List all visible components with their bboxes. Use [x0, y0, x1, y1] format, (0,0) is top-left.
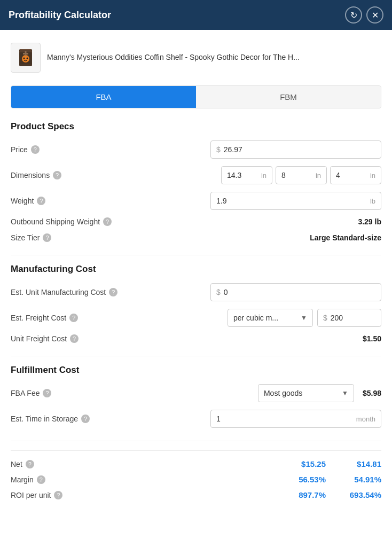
fulfillment-cost-section: Fulfillment Cost FBA Fee ? Most goods Ap… — [11, 365, 381, 428]
weight-label: Weight ? — [11, 197, 45, 205]
storage-time-row: Est. Time in Storage ? month — [11, 410, 381, 428]
storage-time-label: Est. Time in Storage ? — [11, 415, 90, 423]
outbound-shipping-help-icon[interactable]: ? — [103, 217, 112, 226]
close-button[interactable]: ✕ — [366, 6, 383, 24]
margin-value1: 56.53% — [283, 475, 326, 484]
dimensions-inputs: in in in — [221, 166, 381, 184]
tab-fbm[interactable]: FBM — [196, 86, 381, 108]
freight-amount-input-box: $ — [317, 309, 381, 327]
margin-row: Margin ? 56.53% 54.91% — [11, 475, 381, 484]
svg-point-3 — [22, 55, 29, 62]
net-value2: $14.81 — [339, 459, 381, 468]
svg-point-5 — [27, 58, 28, 59]
fba-fee-value: $5.98 — [363, 389, 381, 397]
unit-cost-input[interactable] — [224, 288, 375, 296]
margin-help-icon[interactable]: ? — [37, 475, 45, 484]
roi-label: ROI per unit ? — [11, 491, 62, 499]
price-label: Price ? — [11, 145, 40, 154]
refresh-button[interactable]: ↻ — [345, 6, 362, 24]
unit-freight-cost-label: Unit Freight Cost ? — [11, 334, 79, 343]
dim3-unit: in — [370, 171, 375, 179]
size-tier-help-icon[interactable]: ? — [43, 233, 51, 242]
storage-time-help-icon[interactable]: ? — [81, 415, 90, 423]
unit-cost-row: Est. Unit Manufacturing Cost ? $ — [11, 283, 381, 301]
dim1-input-box: in — [221, 166, 272, 184]
freight-amount-input[interactable] — [331, 314, 375, 322]
divider-1 — [11, 255, 381, 255]
dim2-input-box: in — [276, 166, 327, 184]
manufacturing-cost-title: Manufacturing Cost — [11, 264, 381, 275]
manufacturing-cost-section: Manufacturing Cost Est. Unit Manufacturi… — [11, 264, 381, 343]
fba-fee-select[interactable]: Most goods Apparel Dangerous goods — [264, 389, 338, 397]
weight-input[interactable] — [216, 197, 367, 205]
content-area: Manny's Mysterious Oddities Coffin Shelf… — [0, 30, 392, 547]
storage-time-unit: month — [356, 415, 375, 423]
dim2-input[interactable] — [281, 171, 312, 179]
dimensions-help-icon[interactable]: ? — [53, 171, 61, 179]
storage-time-input-box: month — [210, 410, 381, 428]
fba-fee-help-icon[interactable]: ? — [43, 389, 51, 397]
title-bar-actions: ↻ ✕ — [345, 6, 383, 24]
size-tier-value: Large Standard-size — [310, 233, 381, 242]
price-input-box: $ — [210, 140, 381, 159]
size-tier-label: Size Tier ? — [11, 233, 51, 242]
fba-fee-select-box[interactable]: Most goods Apparel Dangerous goods ▼ — [258, 384, 354, 402]
freight-type-select-box[interactable]: per cubic m... per kg flat rate ▼ — [228, 309, 313, 327]
calculator-window: Profitability Calculator ↻ ✕ — [0, 0, 392, 547]
dim1-unit: in — [261, 171, 266, 179]
roi-help-icon[interactable]: ? — [54, 491, 62, 499]
unit-cost-label: Est. Unit Manufacturing Cost ? — [11, 288, 117, 296]
roi-value2: 693.54% — [339, 490, 381, 499]
outbound-shipping-label: Outbound Shipping Weight ? — [11, 217, 112, 226]
divider-2 — [11, 356, 381, 356]
tab-fba[interactable]: FBA — [11, 86, 196, 108]
price-prefix: $ — [216, 145, 221, 154]
size-tier-row: Size Tier ? Large Standard-size — [11, 233, 381, 242]
net-help-icon[interactable]: ? — [26, 460, 34, 468]
net-label: Net ? — [11, 460, 34, 468]
freight-cost-label: Est. Freight Cost ? — [11, 314, 78, 322]
freight-cost-row: Est. Freight Cost ? per cubic m... per k… — [11, 309, 381, 327]
dim3-input[interactable] — [336, 171, 367, 179]
freight-type-chevron: ▼ — [301, 314, 307, 322]
product-title: Manny's Mysterious Oddities Coffin Shelf… — [47, 52, 300, 63]
weight-row: Weight ? lb — [11, 192, 381, 210]
net-row: Net ? $15.25 $14.81 — [11, 459, 381, 468]
roi-values: 897.7% 693.54% — [283, 490, 381, 499]
dimensions-row: Dimensions ? in in in — [11, 166, 381, 184]
unit-cost-prefix: $ — [216, 288, 221, 296]
svg-point-4 — [23, 58, 25, 59]
fba-fee-label: FBA Fee ? — [11, 389, 51, 397]
fba-fee-chevron: ▼ — [342, 389, 348, 397]
unit-cost-input-box: $ — [210, 283, 381, 301]
outbound-shipping-row: Outbound Shipping Weight ? 3.29 lb — [11, 217, 381, 226]
freight-cost-help-icon[interactable]: ? — [69, 314, 78, 322]
roi-value1: 897.7% — [283, 490, 326, 499]
window-title: Profitability Calculator — [9, 10, 111, 21]
weight-unit: lb — [370, 197, 375, 205]
weight-input-box: lb — [210, 192, 381, 210]
product-thumbnail — [15, 47, 36, 68]
freight-amount-prefix: $ — [323, 314, 327, 322]
product-row: Manny's Mysterious Oddities Coffin Shelf… — [11, 38, 381, 77]
price-help-icon[interactable]: ? — [31, 145, 40, 154]
price-row: Price ? $ — [11, 140, 381, 159]
fba-fee-row: FBA Fee ? Most goods Apparel Dangerous g… — [11, 384, 381, 402]
price-input[interactable] — [224, 145, 375, 154]
unit-cost-help-icon[interactable]: ? — [109, 288, 117, 296]
product-specs-section: Product Specs Price ? $ Dimensions ? — [11, 121, 381, 242]
unit-freight-cost-value: $1.50 — [363, 334, 381, 343]
dim1-input[interactable] — [227, 171, 258, 179]
weight-help-icon[interactable]: ? — [37, 197, 45, 205]
margin-label: Margin ? — [11, 475, 45, 484]
unit-freight-cost-row: Unit Freight Cost ? $1.50 — [11, 334, 381, 343]
net-values: $15.25 $14.81 — [283, 459, 381, 468]
net-value1: $15.25 — [283, 459, 326, 468]
dim2-unit: in — [316, 171, 321, 179]
freight-type-select[interactable]: per cubic m... per kg flat rate — [233, 314, 296, 322]
dim3-input-box: in — [330, 166, 381, 184]
roi-row: ROI per unit ? 897.7% 693.54% — [11, 490, 381, 499]
close-icon: ✕ — [372, 10, 379, 20]
unit-freight-cost-help-icon[interactable]: ? — [70, 334, 79, 343]
storage-time-input[interactable] — [216, 415, 353, 423]
